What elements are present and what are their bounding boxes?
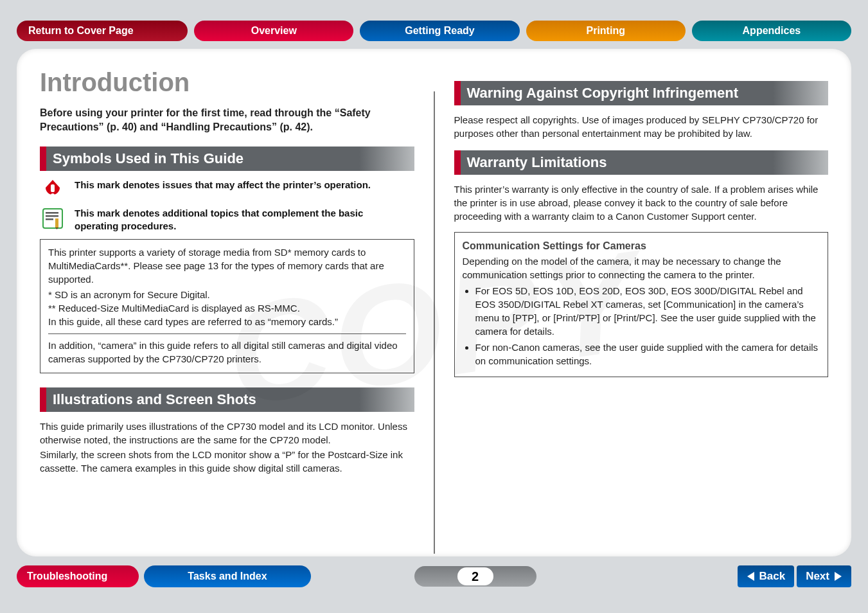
tab-label: Getting Ready — [405, 25, 474, 37]
symbol-row-warning: This mark denotes issues that may affect… — [40, 179, 414, 200]
section-header-symbols: Symbols Used in This Guide — [40, 147, 414, 171]
svg-point-1 — [51, 193, 55, 197]
page-number: 2 — [457, 567, 493, 585]
illustrations-body-1: This guide primarily uses illustrations … — [40, 420, 414, 447]
back-button[interactable]: Back — [738, 565, 795, 587]
tab-overview[interactable]: Overview — [194, 21, 353, 41]
warranty-body: This printer’s warranty is only effectiv… — [454, 182, 829, 223]
svg-rect-6 — [55, 218, 58, 227]
next-button[interactable]: Next — [797, 565, 851, 587]
section-header-warranty: Warranty Limitations — [454, 150, 829, 175]
tab-label: Return to Cover Page — [28, 25, 134, 37]
troubleshooting-button[interactable]: Troubleshooting — [17, 565, 139, 587]
comm-title: Communication Settings for Cameras — [463, 239, 820, 253]
tab-label: Appendices — [743, 25, 801, 37]
comm-bullet-1: For EOS 5D, EOS 10D, EOS 20D, EOS 30D, E… — [475, 284, 820, 338]
tab-label: Overview — [251, 25, 297, 37]
svg-rect-0 — [51, 184, 55, 192]
illustrations-body-2: Similarly, the screen shots from the LCD… — [40, 448, 414, 475]
tab-getting-ready[interactable]: Getting Ready — [360, 21, 519, 41]
svg-marker-9 — [835, 572, 842, 581]
svg-marker-8 — [747, 572, 754, 581]
content-panel: COPY Introduction Before using your prin… — [17, 49, 851, 556]
note-icon — [40, 207, 66, 230]
warning-icon — [40, 179, 66, 200]
tasks-index-button[interactable]: Tasks and Index — [144, 565, 311, 587]
comm-bullet-2: For non-Canon cameras, see the user guid… — [475, 341, 820, 368]
copyright-body: Please respect all copyrights. Use of im… — [454, 113, 829, 140]
storage-footnote-1: * SD is an acronym for Secure Digital. — [48, 289, 406, 302]
page-nav-buttons: Back Next — [738, 565, 852, 587]
intro-paragraph: Before using your printer for the first … — [40, 106, 414, 135]
left-column: Introduction Before using your printer f… — [40, 68, 414, 540]
button-label: Back — [759, 570, 786, 583]
storage-info-box: This printer supports a variety of stora… — [40, 239, 414, 373]
storage-p1: This printer supports a variety of stora… — [48, 246, 406, 286]
right-column: Warning Against Copyright Infringement P… — [454, 68, 829, 540]
tab-printing[interactable]: Printing — [526, 21, 686, 41]
button-label: Troubleshooting — [27, 571, 107, 582]
column-divider — [434, 91, 435, 554]
button-label: Tasks and Index — [188, 571, 267, 582]
button-label: Next — [806, 570, 829, 583]
arrow-right-icon — [833, 571, 842, 582]
page-title: Introduction — [40, 68, 414, 97]
tab-return-cover[interactable]: Return to Cover Page — [17, 21, 188, 41]
svg-rect-5 — [46, 218, 53, 220]
communication-settings-box: Communication Settings for Cameras Depen… — [454, 232, 829, 377]
svg-rect-4 — [46, 215, 58, 217]
top-nav: Return to Cover Page Overview Getting Re… — [0, 0, 868, 49]
symbol-warning-text: This mark denotes issues that may affect… — [75, 179, 371, 191]
symbol-row-note: This mark denotes additional topics that… — [40, 207, 414, 233]
comm-list: For EOS 5D, EOS 10D, EOS 20D, EOS 30D, E… — [463, 284, 820, 368]
storage-p2: In this guide, all these card types are … — [48, 315, 406, 329]
storage-p3: In addition, “camera” in this guide refe… — [48, 339, 406, 366]
storage-footnote-2: ** Reduced-Size MultiMediaCard is displa… — [48, 302, 406, 315]
svg-rect-3 — [46, 212, 58, 214]
tab-label: Printing — [586, 25, 624, 37]
bottom-bar: Troubleshooting Tasks and Index 2 Back N… — [0, 556, 868, 587]
comm-body: Depending on the model of the camera, it… — [463, 254, 820, 281]
section-header-illustrations: Illustrations and Screen Shots — [40, 387, 414, 412]
page-number-indicator: 2 — [414, 566, 536, 587]
symbol-note-text: This mark denotes additional topics that… — [75, 207, 409, 233]
section-header-copyright: Warning Against Copyright Infringement — [454, 81, 829, 105]
arrow-left-icon — [747, 571, 756, 582]
tab-appendices[interactable]: Appendices — [692, 21, 851, 41]
